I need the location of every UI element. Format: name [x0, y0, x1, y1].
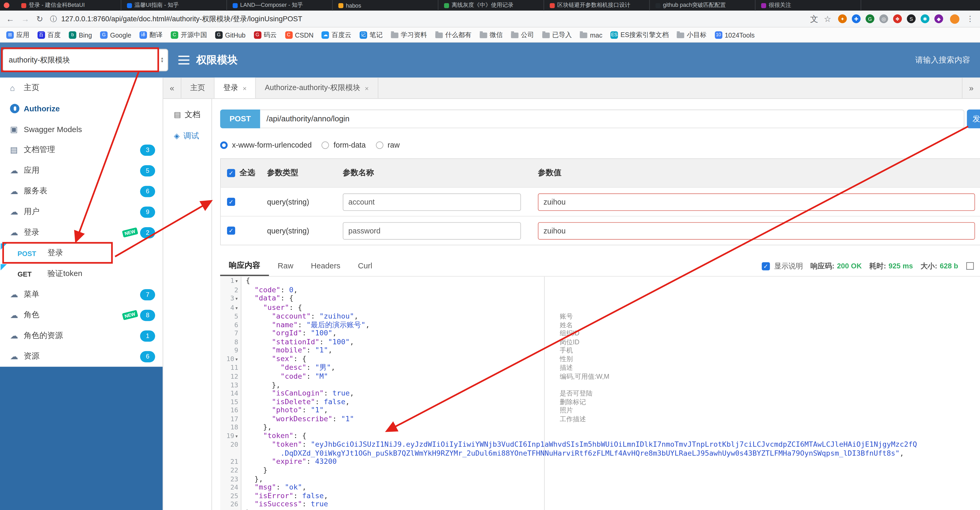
content-tab[interactable]: 登录×: [215, 78, 256, 98]
module-select[interactable]: authority-权限模块 ▲▼: [3, 49, 168, 72]
menu-toggle-icon[interactable]: [178, 56, 189, 65]
browser-tab[interactable]: 离线灰度《中》使用记录: [438, 0, 544, 11]
tabs-expand-icon[interactable]: »: [962, 78, 980, 98]
sidebar-endpoint-get[interactable]: GET验证token: [0, 263, 163, 284]
content-tab[interactable]: 主页: [181, 78, 215, 98]
browser-tab[interactable]: 很很关注: [756, 0, 861, 11]
bookmark-item[interactable]: GGitHub: [215, 31, 245, 38]
back-icon[interactable]: ←: [6, 15, 14, 23]
extension-icon-1[interactable]: ✦: [838, 14, 847, 23]
bookmark-star-icon[interactable]: ☆: [824, 15, 831, 23]
response-tab[interactable]: Raw: [269, 256, 302, 276]
row-checkbox[interactable]: ✓: [227, 198, 235, 206]
tabs-collapse-icon[interactable]: «: [163, 78, 181, 98]
bookmark-item[interactable]: 101024Tools: [715, 31, 754, 38]
bookmark-item[interactable]: 什么都有: [435, 30, 471, 39]
browser-tab[interactable]: github pach突破匹配配置: [650, 0, 756, 11]
site-info-icon[interactable]: ⓘ: [50, 14, 57, 24]
browser-menu-icon[interactable]: ⋮: [966, 14, 974, 23]
radio-form-data[interactable]: form-data: [322, 141, 366, 150]
bookmark-item[interactable]: 公司: [511, 30, 534, 39]
bookmark-item[interactable]: 记笔记: [360, 30, 383, 39]
bookmark-item[interactable]: 译翻译: [139, 30, 162, 39]
radio-raw[interactable]: raw: [376, 141, 400, 150]
extension-icon-6[interactable]: S: [907, 14, 915, 23]
response-tab[interactable]: Headers: [302, 256, 349, 276]
browser-tab[interactable]: 登录 - 建信金科BetaUI: [16, 0, 121, 11]
radio-icon[interactable]: [322, 142, 329, 149]
extension-icon-4[interactable]: ◎: [879, 14, 888, 23]
param-value-input[interactable]: [538, 193, 975, 210]
fold-caret-icon[interactable]: ▾: [235, 304, 238, 311]
browser-tab[interactable]: 温馨UI指南 - 知乎: [121, 0, 227, 11]
extension-icon-3[interactable]: G: [865, 14, 874, 23]
show-desc-checkbox[interactable]: ✓: [762, 262, 770, 270]
bookmark-item[interactable]: GGoogle: [100, 31, 131, 38]
profile-avatar[interactable]: [950, 14, 959, 24]
fold-caret-icon[interactable]: ▾: [235, 356, 238, 362]
bookmark-item[interactable]: ⊞应用: [6, 30, 29, 39]
bookmark-item[interactable]: C开源中国: [170, 30, 207, 39]
sidebar-item[interactable]: ▤文档管理3: [0, 139, 163, 160]
fold-caret-icon[interactable]: ▾: [235, 295, 238, 302]
extension-icon-5[interactable]: ❖: [893, 14, 902, 23]
bookmark-item[interactable]: 学习资料: [391, 30, 427, 39]
bookmark-item[interactable]: CCSDN: [285, 31, 313, 38]
sidebar-item[interactable]: ☁角色的资源1: [0, 325, 163, 346]
sidebar-item[interactable]: ☁应用5: [0, 160, 163, 181]
sidebar-item[interactable]: ☁用户9: [0, 201, 163, 222]
bookmark-item[interactable]: ☁百度云: [322, 30, 352, 39]
subtab-文档[interactable]: ▤文档: [163, 104, 211, 125]
response-tab[interactable]: 响应内容: [220, 256, 269, 276]
sidebar-item[interactable]: ▣Swagger Models: [0, 119, 163, 140]
fold-caret-icon[interactable]: ▾: [235, 278, 238, 284]
reload-icon[interactable]: ↻: [36, 15, 43, 23]
response-body-editor[interactable]: 1▾{2 "code": 0,3▾ "data": {4▾ "user": {5…: [212, 277, 980, 510]
sidebar-item[interactable]: ⌂主页: [0, 78, 163, 98]
extension-icon-2[interactable]: ✚: [852, 14, 861, 23]
url-box[interactable]: ⓘ 127.0.0.1:8760/api/gate/doc.html#/auth…: [50, 14, 831, 24]
url-text[interactable]: 127.0.0.1:8760/api/gate/doc.html#/author…: [61, 14, 302, 24]
bookmark-item[interactable]: ESES搜索引擎文档: [611, 30, 669, 39]
sidebar-item[interactable]: Authorize: [0, 98, 163, 119]
browser-tab[interactable]: LAND—Composer - 知乎: [227, 0, 333, 11]
sidebar-item[interactable]: ☁菜单7: [0, 284, 163, 305]
sidebar-item[interactable]: ☁资源6: [0, 346, 163, 367]
sidebar-item[interactable]: ☁角色NEW8: [0, 305, 163, 326]
bookmark-item[interactable]: bBing: [69, 31, 92, 38]
fold-caret-icon[interactable]: ▾: [235, 433, 238, 439]
traffic-light-close-icon[interactable]: [4, 3, 9, 8]
extension-icon-7[interactable]: ✱: [921, 14, 929, 23]
bookmark-item[interactable]: mac: [580, 31, 602, 38]
param-value-input[interactable]: [538, 222, 975, 239]
forward-icon[interactable]: →: [21, 15, 29, 23]
close-icon[interactable]: ×: [243, 84, 247, 92]
browser-tab[interactable]: 区块链避开参数相机接口设计: [544, 0, 650, 11]
radio-icon[interactable]: [376, 142, 383, 149]
sidebar-item[interactable]: ☁服务表6: [0, 181, 163, 202]
bookmark-item[interactable]: 已导入: [542, 30, 572, 39]
select-all-checkbox[interactable]: ✓: [227, 169, 235, 177]
param-name-input[interactable]: [343, 222, 521, 239]
content-tab[interactable]: Authorize-authority-权限模块×: [256, 78, 378, 98]
search-input[interactable]: [844, 55, 971, 65]
sidebar-item[interactable]: ☁登录NEW2: [0, 222, 163, 243]
bookmark-item[interactable]: 百百度: [38, 30, 60, 39]
fullscreen-icon[interactable]: [966, 262, 974, 270]
browser-tab[interactable]: habos: [333, 0, 439, 11]
row-checkbox[interactable]: ✓: [227, 226, 235, 235]
param-name-input[interactable]: [343, 193, 521, 210]
bookmark-item[interactable]: G码云: [253, 30, 277, 39]
request-url-input[interactable]: [260, 110, 964, 128]
translate-icon[interactable]: 文: [810, 15, 818, 23]
sidebar-endpoint-post[interactable]: POST登录: [0, 243, 163, 264]
send-button[interactable]: 发: [967, 110, 980, 128]
radio-selected-icon[interactable]: [220, 142, 228, 149]
extension-icon-8[interactable]: ◆: [934, 14, 943, 23]
response-tab[interactable]: Curl: [349, 256, 381, 276]
subtab-调试[interactable]: ◈调试: [163, 125, 211, 147]
bookmark-item[interactable]: 小目标: [677, 30, 706, 39]
radio-x-www-form-urlencoded[interactable]: x-www-form-urlencoded: [220, 141, 312, 150]
bookmark-item[interactable]: 微信: [479, 30, 503, 39]
close-icon[interactable]: ×: [365, 84, 369, 92]
